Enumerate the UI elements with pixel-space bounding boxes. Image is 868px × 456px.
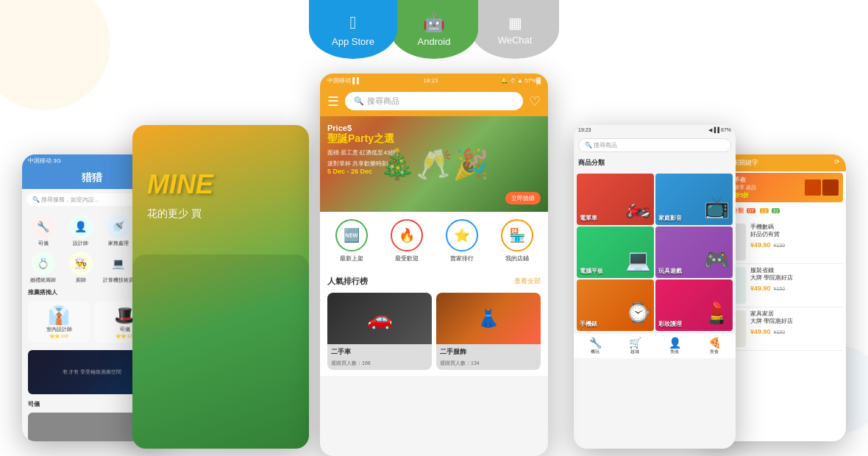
quick-icon-1[interactable]: 🔧 機玩 — [589, 337, 602, 355]
service-icon-4[interactable]: 💍 婚禮統籌師 — [26, 252, 60, 284]
banner-date: 5 Dec - 26 Dec — [327, 168, 396, 175]
watch-emoji: ⌚ — [625, 301, 651, 325]
thumb-2 — [822, 179, 839, 196]
wechat-badge[interactable]: ▦ WeChat — [471, 0, 559, 59]
ranking-more-link[interactable]: 查看全部 — [514, 277, 541, 286]
cat-mystore-circle: 🏪 — [501, 219, 533, 252]
quick-icon-3[interactable]: 👤 美妝 — [669, 337, 681, 355]
cat-grid-av[interactable]: 📺 家庭影音 — [655, 174, 733, 225]
center-banner: 🎄🥂🎉 Price$ 聖誕Party之選 面積·居工意·紅酒低至43折 派對單杯… — [320, 116, 548, 212]
person-1-title: 室內設計師 — [46, 326, 72, 333]
cat-popular-circle: 🔥 — [391, 219, 423, 252]
service-icon-2[interactable]: 👤 設計師 — [64, 215, 97, 247]
ranking-card-fashion[interactable]: 👗 二手服飾 週購買人數：134 — [436, 293, 541, 370]
mine-logo: MINE — [132, 125, 309, 207]
fashion-card-count: 週購買人數：134 — [436, 360, 541, 370]
center-status-bar: 中国移动 ▌▌ 18:23 🔔 ⏱ ▲ 57%▓ — [320, 74, 548, 88]
appstore-badge[interactable]:  App Store — [309, 0, 397, 59]
category-icons-row: 🆕 最新上架 🔥 最受歡迎 ⭐ 賣家排行 🏪 我的店鋪 — [320, 212, 548, 270]
beauty-emoji: 💄 — [704, 301, 730, 325]
product-price-3: ¥49.90 — [750, 328, 771, 335]
quick-icon-2[interactable]: 🛒 超城 — [629, 337, 641, 355]
far-left-banner-text: 有 才有 享受極致酒廊空間 — [63, 368, 122, 376]
product-price-1: ¥49.90 — [750, 241, 771, 249]
person-1-rating: ⭐⭐ 100 — [49, 333, 68, 338]
mid-right-section-title: 商品分類 — [574, 155, 736, 171]
quick-icon-2-emoji: 🛒 — [629, 337, 641, 349]
product-price-row-2: ¥49.90 ¥150 — [750, 285, 843, 292]
mid-right-cat-grid: 🏍️ 電單車 📺 家庭影音 💻 電腦平板 🎮 玩具遊戲 ⌚ 手機錶 💄 彩 — [574, 171, 736, 334]
thumb-1 — [805, 179, 821, 196]
service-icon-5-circle: 👨‍🍳 — [69, 252, 93, 275]
cat-grid-beauty[interactable]: 💄 彩妝護理 — [655, 279, 733, 331]
android-icon: 🤖 — [423, 13, 445, 33]
service-icon-6-circle: 💻 — [107, 252, 130, 275]
ranking-section: 人氣排行榜 查看全部 🚗 二手車 週購買人數：168 👗 二手服飾 週購買人數：… — [320, 270, 548, 376]
cat-grid-computer[interactable]: 💻 電腦平板 — [577, 227, 654, 278]
center-menu-icon[interactable]: ☰ — [327, 93, 339, 110]
product-old-price-3: ¥150 — [774, 329, 786, 335]
person-1: 👔 室內設計師 ⭐⭐ 100 — [28, 301, 90, 343]
cat-grid-games-label: 玩具遊戲 — [658, 267, 682, 275]
cat-mystore[interactable]: 🏪 我的店鋪 — [501, 219, 533, 263]
cat-grid-computer-label: 電腦平板 — [580, 267, 603, 275]
product-old-price-2: ¥150 — [774, 286, 786, 291]
cat-grid-motorcycle[interactable]: 🏍️ 電單車 — [577, 174, 654, 225]
banner-text-block: Price$ 聖誕Party之選 面積·居工意·紅酒低至43折 派對單杯 共享歡… — [327, 124, 396, 175]
product-price-row-3: ¥49.90 ¥150 — [750, 328, 843, 335]
person-2-title: 司儀 — [120, 326, 130, 333]
mid-right-search-input[interactable]: 🔍 搜尋商品 — [578, 138, 731, 152]
product-name-1: 手機數碼好品仍有貨 — [750, 224, 843, 239]
games-emoji: 🎮 — [704, 248, 730, 272]
platform-badges:  App Store 🤖 Android ▦ WeChat — [309, 0, 559, 59]
cat-mystore-label: 我的店鋪 — [505, 254, 529, 263]
motorcycle-emoji: 🏍️ — [625, 195, 651, 219]
android-badge[interactable]: 🤖 Android — [390, 0, 478, 59]
mid-right-search-area: 🔍 搜尋商品 — [574, 135, 736, 155]
service-icon-6[interactable]: 💻 計算機技術員 — [102, 252, 135, 284]
center-search-area: ☰ 🔍 搜尋商品 ♡ — [320, 88, 548, 116]
android-label: Android — [418, 36, 451, 47]
cat-newest[interactable]: 🆕 最新上架 — [335, 219, 368, 263]
product-info-2: 服裝省錢大牌 學院惠好店 ¥49.90 ¥150 — [750, 267, 843, 304]
service-icon-5[interactable]: 👨‍🍳 廚師 — [64, 252, 97, 284]
far-right-refresh-icon[interactable]: ⟳ — [834, 158, 840, 168]
cat-ranking[interactable]: ⭐ 賣家排行 — [446, 219, 478, 263]
product-price-2: ¥49.90 — [750, 285, 771, 292]
cat-grid-beauty-label: 彩妝護理 — [658, 320, 682, 328]
mine-bottom-overlay — [132, 254, 309, 449]
screens-container: 中国移动 3G 17:55 猎猎 🔍 搜尋服務，如室內設... 🔧 司儀 👤 設… — [0, 51, 868, 456]
hot-promo-text: 不在 膳享 超品 折5折 — [734, 176, 756, 199]
center-status-time: 18:23 — [424, 77, 438, 84]
ranking-header: 人氣排行榜 查看全部 — [327, 276, 541, 287]
cat-grid-watch[interactable]: ⌚ 手機錶 — [577, 279, 654, 331]
far-left-carrier: 中国移动 3G — [28, 157, 61, 165]
search-icon: 🔍 — [354, 96, 364, 106]
product-info-1: 手機數碼好品仍有貨 ¥49.90 ¥130 — [750, 224, 843, 260]
service-icon-1[interactable]: 🔧 司儀 — [26, 215, 60, 247]
hot-count-badge-3: 32 — [772, 208, 780, 213]
center-heart-icon[interactable]: ♡ — [529, 93, 541, 110]
hot-count-badge: 07 — [747, 208, 755, 213]
banner-cta-button[interactable]: 立即搶購 — [505, 192, 541, 204]
hot-count-badge-2: 12 — [760, 208, 769, 213]
cat-popular[interactable]: 🔥 最受歡迎 — [391, 219, 423, 263]
center-search-input[interactable]: 🔍 搜尋商品 — [345, 92, 523, 110]
service-icon-3[interactable]: 🚿 家務處理 — [102, 215, 135, 247]
cat-grid-games[interactable]: 🎮 玩具遊戲 — [655, 227, 733, 278]
hot-promo-sub: 膳享 超品 — [734, 184, 756, 191]
banner-price-label: Price$ — [327, 124, 396, 132]
product-name-2: 服裝省錢大牌 學院惠好店 — [750, 267, 843, 282]
product-old-price-1: ¥130 — [774, 243, 786, 248]
banner-subtitle: 面積·居工意·紅酒低至43折 — [327, 149, 396, 157]
service-icon-1-circle: 🔧 — [32, 215, 55, 238]
quick-icon-4[interactable]: 🍕 美食 — [708, 337, 721, 355]
quick-icon-4-emoji: 🍕 — [708, 337, 721, 349]
ranking-card-car[interactable]: 🚗 二手車 週購買人數：168 — [327, 293, 432, 370]
fashion-card-image: 👗 — [436, 293, 541, 344]
mid-right-status-bar: 19:23 ◀▐▐ 87% — [574, 125, 736, 135]
service-icon-3-circle: 🚿 — [107, 215, 130, 238]
center-status-left: 中国移动 ▌▌ — [327, 76, 361, 85]
ranking-title: 人氣排行榜 — [327, 276, 368, 287]
car-card-image: 🚗 — [327, 293, 432, 344]
